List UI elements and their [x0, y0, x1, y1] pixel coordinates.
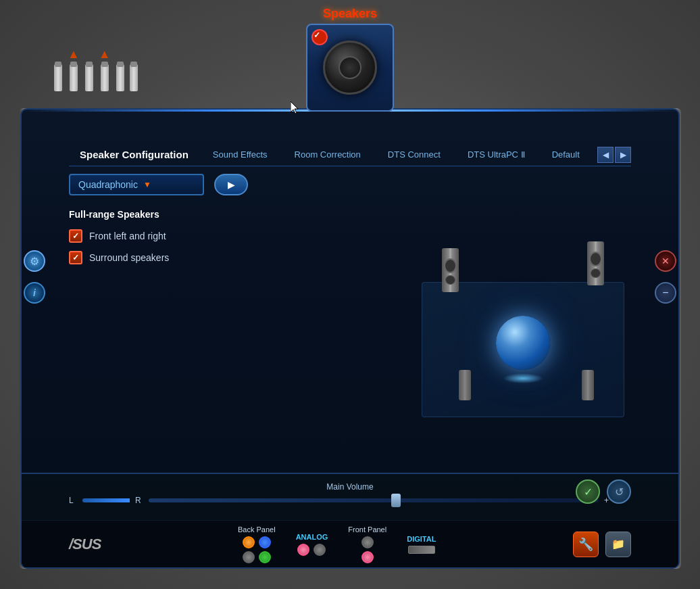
viz-stage	[415, 228, 631, 417]
left-side-buttons: ⚙ i	[24, 250, 45, 304]
port-orange[interactable]	[243, 536, 255, 548]
listener-orb	[496, 316, 550, 370]
tab-sound-effects[interactable]: Sound Effects	[199, 144, 281, 165]
volume-l-label: L	[69, 496, 77, 505]
analog-label: ANALOG	[296, 533, 328, 541]
rear-right-speaker	[582, 370, 594, 400]
speaker-popup: Speakers	[306, 7, 394, 112]
back-panel-group: Back Panel	[238, 525, 276, 563]
connector-5	[116, 64, 124, 91]
volume-slider-container	[149, 498, 599, 502]
port-green[interactable]	[259, 551, 271, 563]
speaker-graphic	[323, 41, 377, 95]
speaker-icon-fl	[442, 248, 459, 292]
connector-1	[54, 64, 62, 91]
info-button[interactable]: i	[24, 282, 45, 304]
chevron-down-icon: ▼	[143, 180, 151, 189]
refresh-icon: ↺	[615, 486, 624, 498]
apply-button[interactable]: ✓	[576, 479, 600, 504]
info-icon: i	[33, 287, 36, 298]
speaker-icon-box[interactable]	[306, 24, 394, 112]
analog-section: ANALOG	[296, 533, 328, 556]
plug-2	[70, 64, 78, 91]
nav-arrows: ◀ ▶	[597, 147, 631, 163]
port-gray-2[interactable]	[314, 544, 326, 556]
front-panel-ports-2	[361, 551, 374, 563]
tab-dts-connect[interactable]: DTS Connect	[374, 144, 454, 165]
analog-ports	[297, 544, 326, 556]
plug-3	[85, 64, 93, 91]
digital-port[interactable]	[408, 546, 435, 554]
up-arrow-2: ▲	[99, 47, 111, 62]
back-panel-bottom-row	[243, 551, 271, 563]
rear-left-speaker	[459, 370, 471, 400]
dropdown-value: Quadraphonic	[78, 179, 138, 190]
bottom-bar: /SUS Back Panel ANALOG	[22, 520, 678, 567]
check-icon: ✓	[584, 486, 593, 498]
front-speakers-checkbox[interactable]: ✓	[69, 229, 82, 243]
front-panel-ports	[361, 536, 374, 548]
volume-thumb[interactable]	[391, 494, 401, 507]
front-port-1[interactable]	[361, 536, 374, 548]
plug-1	[54, 64, 62, 91]
nav-tabs: Speaker Configuration Sound Effects Room…	[69, 143, 631, 166]
orb-glow	[503, 373, 543, 383]
front-right-speaker	[587, 241, 604, 285]
port-pink[interactable]	[297, 544, 309, 556]
dropdown-row: Quadraphonic ▼ ▶	[69, 174, 631, 195]
surround-speakers-checkbox[interactable]: ✓	[69, 251, 82, 264]
volume-r-label: R	[135, 496, 143, 505]
speaker-icon-rl	[459, 370, 471, 400]
play-icon: ▶	[228, 179, 235, 190]
close-icon: ✕	[661, 256, 670, 266]
ports-section: Back Panel ANALOG	[101, 525, 573, 563]
tab-speaker-config[interactable]: Speaker Configuration	[69, 143, 199, 166]
digital-section: DIGITAL	[407, 535, 436, 554]
asus-logo: /SUS	[69, 536, 101, 553]
settings-icon: ⚙	[30, 255, 39, 268]
plug-6	[130, 64, 138, 91]
connector-2: ▲	[68, 47, 80, 91]
speaker-visualization	[415, 228, 631, 417]
front-panel-label: Front Panel	[348, 525, 386, 534]
tab-default[interactable]: Default	[539, 144, 593, 165]
front-speakers-label: Front left and right	[89, 231, 166, 241]
speaker-icon-fr	[587, 241, 604, 285]
front-port-pink[interactable]	[361, 551, 374, 563]
minimize-button[interactable]: −	[655, 282, 676, 304]
volume-label: Main Volume	[69, 482, 631, 492]
volume-track[interactable]	[149, 498, 599, 502]
nav-arrow-left[interactable]: ◀	[597, 147, 614, 163]
close-button[interactable]: ✕	[655, 250, 676, 272]
port-gray[interactable]	[243, 551, 255, 563]
port-blue[interactable]	[259, 536, 271, 548]
tab-dts-ultrapc[interactable]: DTS UltraPC Ⅱ	[454, 144, 539, 165]
front-left-speaker	[442, 248, 459, 292]
surround-speakers-label: Surround speakers	[89, 252, 169, 263]
volume-row: L R + 43	[69, 496, 631, 505]
right-bottom-icons: 🔧 📁	[573, 532, 631, 557]
refresh-button[interactable]: ↺	[607, 479, 631, 504]
front-panel-group: Front Panel	[348, 525, 386, 563]
connector-6	[130, 64, 138, 91]
volume-track-left	[82, 498, 130, 502]
connector-3	[85, 64, 93, 91]
up-arrow-1: ▲	[68, 47, 80, 62]
speakers-title: Speakers	[306, 7, 394, 21]
nav-arrow-right[interactable]: ▶	[615, 147, 631, 163]
tab-room-correction[interactable]: Room Correction	[281, 144, 374, 165]
settings-button[interactable]: ⚙	[24, 250, 45, 272]
speaker-icon-rr	[582, 370, 594, 400]
content-area: Quadraphonic ▼ ▶ Full-range Speakers ✓ F…	[69, 174, 631, 473]
minus-icon: −	[662, 287, 668, 299]
volume-right-icons: ✓ ↺	[576, 479, 631, 504]
folder-bottom-button[interactable]: 📁	[605, 532, 631, 557]
connectors-area: ▲ ▲	[54, 47, 138, 91]
back-panel-top-row	[243, 536, 271, 548]
speaker-mode-dropdown[interactable]: Quadraphonic ▼	[69, 174, 204, 195]
plug-5	[116, 64, 124, 91]
plug-4	[101, 64, 109, 91]
play-button[interactable]: ▶	[214, 174, 248, 195]
settings-bottom-button[interactable]: 🔧	[573, 532, 599, 557]
back-panel-label: Back Panel	[238, 525, 276, 534]
